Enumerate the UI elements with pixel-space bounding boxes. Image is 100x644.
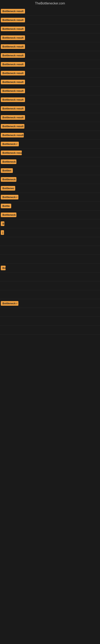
bottleneck-result-label[interactable]: Bottleneck result xyxy=(1,115,25,120)
site-title-container: TheBottlenecker.com xyxy=(0,0,100,7)
bottleneck-result-label[interactable]: Bottleneck r xyxy=(1,301,18,306)
list-item: Bottlenec xyxy=(0,184,100,193)
list-item: Bottleneck result xyxy=(0,24,100,34)
site-title: TheBottlenecker.com xyxy=(0,0,100,7)
bottleneck-result-label[interactable]: Bottleneck xyxy=(1,212,16,217)
bottleneck-result-label[interactable]: Bottleneck xyxy=(1,177,16,182)
bottleneck-result-label[interactable]: Bottleneck result xyxy=(1,18,25,22)
list-item: Bottleneck result xyxy=(0,51,100,60)
list-item: | xyxy=(0,228,100,237)
bottleneck-result-label[interactable]: Bottleneck r xyxy=(1,195,18,200)
bottleneck-result-label[interactable]: Bottleneck result xyxy=(1,44,25,49)
list-item: Bottleneck result xyxy=(0,60,100,69)
list-item: Bottle xyxy=(0,202,100,210)
list-item xyxy=(0,281,100,290)
bottleneck-result-label[interactable]: Bottleneck xyxy=(1,160,16,164)
list-item: Bottlen xyxy=(0,166,100,175)
list-item: Bottleneck result xyxy=(0,69,100,78)
list-item: Bottleneck xyxy=(0,175,100,184)
list-item: Bottleneck result xyxy=(0,131,100,140)
list-item: B xyxy=(0,219,100,228)
bottleneck-result-label[interactable]: Bottleneck result xyxy=(1,88,25,93)
bottleneck-result-label[interactable]: Bottleneck result xyxy=(1,133,24,138)
bottleneck-result-label[interactable]: Bottleneck result xyxy=(1,106,25,111)
bottleneck-result-label[interactable]: Bottleneck result xyxy=(1,26,25,31)
list-item: Bo xyxy=(0,264,100,272)
list-item: Bottleneck r xyxy=(0,299,100,308)
bottleneck-result-label[interactable]: Bottlen xyxy=(1,168,13,173)
list-item: Bottleneck result xyxy=(0,16,100,24)
bottleneck-result-label[interactable]: Bottleneck result xyxy=(1,36,25,40)
bottleneck-result-label[interactable]: Bottleneck result xyxy=(1,9,25,14)
list-item xyxy=(0,308,100,317)
list-item: Bottleneck result xyxy=(0,122,100,131)
bottleneck-result-label[interactable]: Bottleneck result xyxy=(1,98,25,102)
bottleneck-result-label[interactable]: | xyxy=(1,230,4,235)
bottleneck-result-label[interactable]: Bottleneck result xyxy=(1,80,25,84)
bottleneck-result-label[interactable]: Bottleneck r xyxy=(1,142,19,146)
list-item: Bottleneck result xyxy=(0,86,100,96)
list-item: Bottleneck result xyxy=(0,7,100,16)
bottleneck-result-label[interactable]: B xyxy=(1,222,4,226)
list-item xyxy=(0,272,100,281)
list-item xyxy=(0,246,100,255)
bottleneck-result-label[interactable]: Bottleneck result xyxy=(1,124,24,128)
list-item: Bottleneck result xyxy=(0,42,100,51)
rows-container: Bottleneck resultBottleneck resultBottle… xyxy=(0,7,100,334)
list-item: Bottleneck result xyxy=(0,78,100,86)
list-item: Bottleneck result xyxy=(0,113,100,122)
list-item xyxy=(0,326,100,334)
list-item xyxy=(0,237,100,246)
list-item: Bottleneck xyxy=(0,210,100,219)
list-item: Bottleneck resu xyxy=(0,148,100,158)
bottleneck-result-label[interactable]: Bo xyxy=(1,266,6,270)
list-item: Bottleneck xyxy=(0,158,100,166)
list-item xyxy=(0,290,100,299)
list-item: Bottleneck result xyxy=(0,104,100,113)
list-item: Bottleneck r xyxy=(0,193,100,202)
list-item xyxy=(0,317,100,326)
bottleneck-result-label[interactable]: Bottleneck result xyxy=(1,71,25,76)
bottleneck-result-label[interactable]: Bottleneck resu xyxy=(1,150,22,155)
bottleneck-result-label[interactable]: Bottleneck result xyxy=(1,53,25,58)
bottleneck-result-label[interactable]: Bottleneck result xyxy=(1,62,25,66)
bottleneck-result-label[interactable]: Bottle xyxy=(1,204,11,208)
list-item xyxy=(0,255,100,264)
list-item: Bottleneck result xyxy=(0,96,100,104)
list-item: Bottleneck result xyxy=(0,34,100,42)
list-item: Bottleneck r xyxy=(0,140,100,148)
bottleneck-result-label[interactable]: Bottlenec xyxy=(1,186,15,190)
